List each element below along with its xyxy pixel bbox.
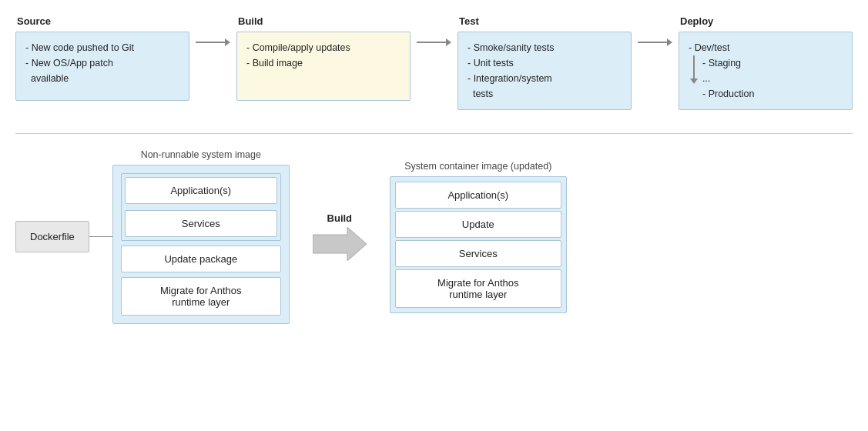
build-stage: Build - Compile/apply updates- Build ima… — [236, 15, 411, 101]
test-label: Test — [457, 15, 479, 27]
deploy-down-arrow — [689, 55, 698, 84]
source-stage: Source - New code pushed to Git- New OS/… — [15, 15, 189, 101]
sci-applications: Application(s) — [395, 182, 561, 209]
test-content: - Smoke/sanity tests- Unit tests- Integr… — [468, 42, 555, 99]
dockerfile-box: Dockerfile — [15, 221, 89, 252]
down-arrowhead-icon — [690, 79, 698, 84]
nri-update-package: Update package — [121, 246, 281, 272]
build-arrow-label: Build — [327, 212, 353, 224]
deploy-box: - Dev/test - Staging ... - Production — [679, 32, 853, 110]
big-arrow-icon — [313, 227, 367, 261]
nri-services: Services — [125, 210, 277, 237]
arrow-right-icon — [196, 38, 230, 46]
source-content: - New code pushed to Git- New OS/App pat… — [25, 42, 134, 84]
build-arrow-section: Build — [313, 212, 367, 261]
sci-section: System container image (updated) Applica… — [390, 161, 567, 313]
arrow-build-test — [411, 15, 457, 46]
down-line — [693, 55, 695, 79]
build-label: Build — [236, 15, 263, 27]
test-stage: Test - Smoke/sanity tests- Unit tests- I… — [457, 15, 632, 110]
source-box: - New code pushed to Git- New OS/App pat… — [15, 32, 189, 101]
nri-migrate: Migrate for Anthosruntime layer — [121, 277, 281, 316]
build-content: - Compile/apply updates- Build image — [246, 42, 350, 68]
h-line-dockerfile — [89, 236, 112, 238]
arrow-source-build — [189, 15, 236, 46]
sci-services: Services — [395, 240, 561, 267]
test-box: - Smoke/sanity tests- Unit tests- Integr… — [457, 32, 632, 110]
sci-update: Update — [395, 211, 561, 238]
build-box: - Compile/apply updates- Build image — [236, 32, 411, 101]
svg-marker-0 — [313, 227, 367, 261]
sci-label: System container image (updated) — [404, 161, 551, 172]
deploy-production: - Production — [702, 86, 754, 102]
arrow-right-icon3 — [638, 38, 672, 46]
dockerfile-label: Dockerfile — [30, 231, 75, 242]
deploy-list: - Staging ... - Production — [702, 55, 754, 102]
nri-section: Non-runnable system image Application(s)… — [112, 149, 290, 324]
deploy-label: Deploy — [679, 15, 713, 27]
sci-outer-box: Application(s) Update Services Migrate f… — [390, 176, 567, 313]
section-divider — [15, 133, 853, 134]
bottom-diagram: Dockerfile Non-runnable system image App… — [15, 149, 853, 324]
arrow-right-icon2 — [417, 38, 451, 46]
deploy-ellipsis: ... — [702, 71, 754, 86]
deploy-staging: - Staging — [702, 55, 754, 71]
nri-group: Application(s) Services — [121, 173, 281, 241]
arrow-test-deploy — [632, 15, 679, 46]
nri-label: Non-runnable system image — [141, 149, 261, 160]
nri-applications: Application(s) — [125, 177, 277, 204]
pipeline-diagram: Source - New code pushed to Git- New OS/… — [15, 15, 853, 110]
source-label: Source — [15, 15, 51, 27]
sci-migrate: Migrate for Anthosruntime layer — [395, 269, 561, 308]
nri-outer-box: Application(s) Services Update package M… — [112, 165, 290, 324]
deploy-stage: Deploy - Dev/test - Staging ... - Produc… — [679, 15, 853, 110]
deploy-content: - Dev/test — [689, 42, 730, 53]
